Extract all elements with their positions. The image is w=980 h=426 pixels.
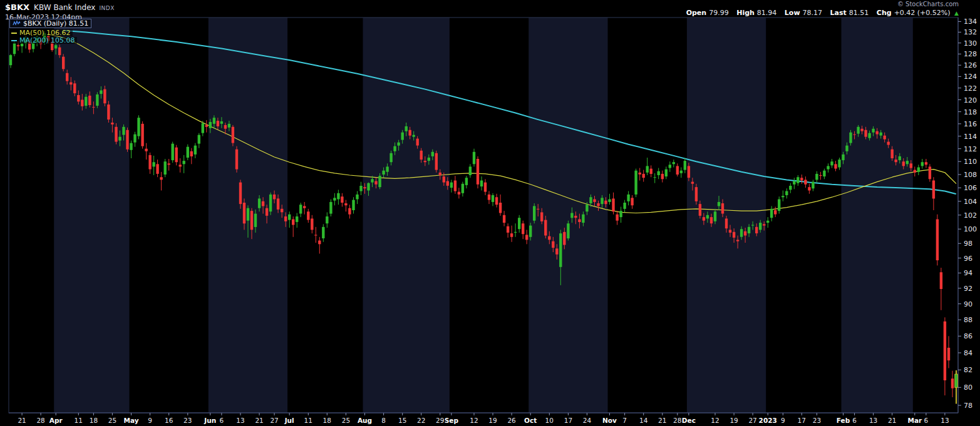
candle	[608, 200, 611, 202]
candle	[205, 125, 208, 127]
y-axis-label: 106	[964, 184, 977, 192]
x-axis: 2128Apr111825May91623Jun6132127Jul111825…	[18, 413, 949, 424]
candle	[585, 205, 588, 211]
chart-window: 1341321301281261241221201181161141121101…	[0, 0, 980, 426]
candle	[507, 226, 509, 233]
candle	[194, 146, 197, 155]
candle	[175, 148, 178, 163]
candles	[9, 31, 957, 404]
y-axis-label: 110	[964, 158, 977, 166]
candle	[593, 200, 596, 202]
candle	[804, 180, 807, 184]
x-axis-label: 25	[108, 417, 116, 424]
candle	[759, 223, 761, 230]
candle	[156, 164, 158, 174]
candle	[344, 203, 347, 205]
y-axis-label: 126	[964, 61, 977, 69]
candle	[288, 215, 291, 220]
candle	[725, 218, 728, 228]
candle	[868, 133, 870, 138]
candle	[337, 193, 339, 200]
candle	[634, 171, 637, 195]
candle	[688, 166, 690, 178]
candle	[168, 163, 170, 165]
candle	[529, 226, 532, 237]
candle	[785, 191, 788, 196]
candle	[122, 127, 125, 135]
candle	[243, 203, 245, 223]
price-chart[interactable]: 1341321301281261241221201181161141121101…	[0, 0, 980, 426]
candle	[940, 272, 942, 289]
candle	[951, 378, 954, 388]
candle	[518, 218, 520, 229]
candle	[111, 123, 113, 124]
candle	[631, 198, 633, 205]
candle	[435, 153, 438, 170]
candle	[473, 152, 475, 164]
symbol-name: KBW Bank Index	[34, 3, 95, 12]
candle	[902, 161, 905, 166]
last-label: Last	[830, 9, 847, 17]
candle	[537, 209, 539, 210]
candle	[665, 170, 668, 177]
ma200-line	[63, 31, 956, 194]
candle	[857, 127, 859, 134]
candle	[133, 134, 136, 143]
y-axis: 1341321301281261241221201181161141121101…	[958, 18, 977, 410]
candle	[103, 89, 106, 104]
candle	[669, 165, 671, 168]
x-axis-label: 21	[255, 417, 263, 424]
x-axis-label: 23	[813, 417, 821, 424]
candle	[887, 142, 890, 145]
candle	[363, 187, 366, 188]
legend-main-row[interactable]: $BKX (Daily) 81.51	[9, 19, 91, 28]
candle	[299, 205, 302, 213]
candle	[484, 183, 487, 192]
y-axis-label: 94	[964, 269, 972, 277]
candle	[314, 235, 317, 235]
candle	[232, 127, 234, 143]
candle	[273, 195, 276, 200]
x-axis-label: 9	[148, 417, 152, 424]
candle	[428, 158, 430, 161]
candle	[367, 183, 369, 191]
candle	[797, 177, 799, 183]
candle	[450, 183, 453, 188]
chg-value: +0.42 (+0.52%)	[894, 9, 951, 17]
candle	[54, 45, 57, 48]
x-axis-label: 9	[781, 417, 785, 424]
candle	[374, 181, 377, 185]
candle	[597, 203, 599, 206]
candle	[386, 166, 388, 171]
candle	[439, 173, 441, 175]
candle	[627, 195, 629, 201]
candle	[510, 233, 513, 237]
x-axis-label: Nov	[602, 417, 617, 424]
y-axis-label: 80	[964, 383, 972, 392]
candle	[81, 100, 83, 106]
candle	[85, 97, 87, 106]
candle	[544, 220, 547, 236]
candle	[548, 236, 550, 240]
candle	[318, 241, 321, 245]
legend-ma50-row[interactable]: MA(50) 106.62	[9, 29, 73, 36]
legend-main-label: $BKX (Daily) 81.51	[23, 19, 88, 28]
x-axis-label: Aug	[358, 417, 372, 424]
candle	[944, 322, 946, 380]
x-axis-label: 13	[941, 417, 949, 424]
candle	[9, 55, 12, 65]
candle	[793, 181, 795, 185]
candle	[250, 211, 253, 230]
candle	[311, 218, 313, 230]
candle	[921, 162, 924, 166]
month-band	[363, 18, 450, 413]
legend-ma200-row[interactable]: MA(200) 105.08	[9, 37, 77, 44]
symbol-label: $BKX	[5, 3, 29, 12]
candle	[341, 196, 343, 203]
candle	[409, 130, 411, 136]
y-axis-label: 102	[964, 211, 977, 220]
candle	[774, 210, 776, 215]
y-axis-label: 82	[964, 366, 972, 374]
candle	[880, 133, 882, 136]
candle	[322, 227, 324, 238]
